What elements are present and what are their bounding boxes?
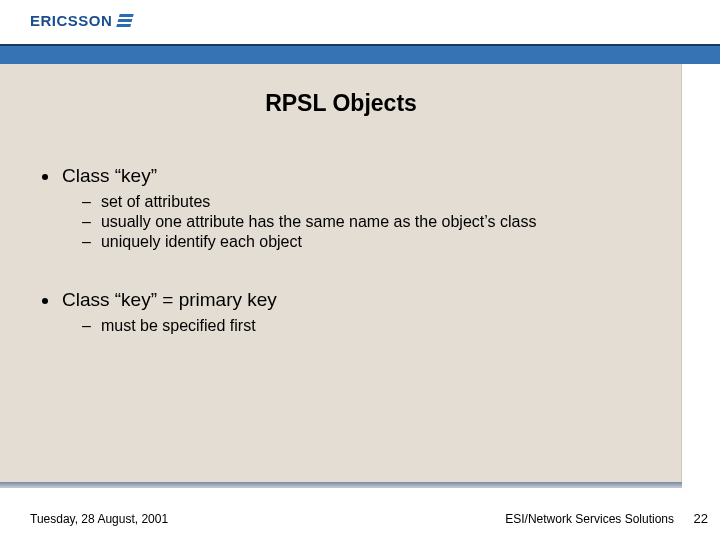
bullet-level2: – set of attributes xyxy=(82,193,662,211)
bullet-text: Class “key” = primary key xyxy=(62,289,277,311)
slide-title: RPSL Objects xyxy=(0,90,682,117)
bullet-dash-icon: – xyxy=(82,317,91,335)
header-bar xyxy=(0,44,720,64)
footer-org: ESI/Network Services Solutions xyxy=(505,512,674,526)
bullet-dash-icon: – xyxy=(82,213,91,231)
footer-page-number: 22 xyxy=(694,511,708,526)
bullet-text: uniquely identify each object xyxy=(101,233,302,251)
bullet-dot-icon xyxy=(42,298,48,304)
brand-wordmark: ERICSSON xyxy=(30,12,112,29)
brand-logo: ERICSSON xyxy=(30,12,132,29)
content-bottom-border xyxy=(0,482,682,488)
bullet-dash-icon: – xyxy=(82,233,91,251)
bullet-text: must be specified first xyxy=(101,317,256,335)
bullet-text: Class “key” xyxy=(62,165,157,187)
bullet-dot-icon xyxy=(42,174,48,180)
bullet-list: Class “key” – set of attributes – usuall… xyxy=(42,165,662,337)
bullet-dash-icon: – xyxy=(82,193,91,211)
bullet-level2: – must be specified first xyxy=(82,317,662,335)
footer-date: Tuesday, 28 August, 2001 xyxy=(30,512,168,526)
bullet-text: set of attributes xyxy=(101,193,210,211)
bullet-level2: – usually one attribute has the same nam… xyxy=(82,213,662,231)
bullet-level1: Class “key” = primary key xyxy=(42,289,662,311)
bullet-text: usually one attribute has the same name … xyxy=(101,213,537,231)
bullet-level2: – uniquely identify each object xyxy=(82,233,662,251)
brand-stripes-icon xyxy=(117,14,134,27)
bullet-level1: Class “key” xyxy=(42,165,662,187)
